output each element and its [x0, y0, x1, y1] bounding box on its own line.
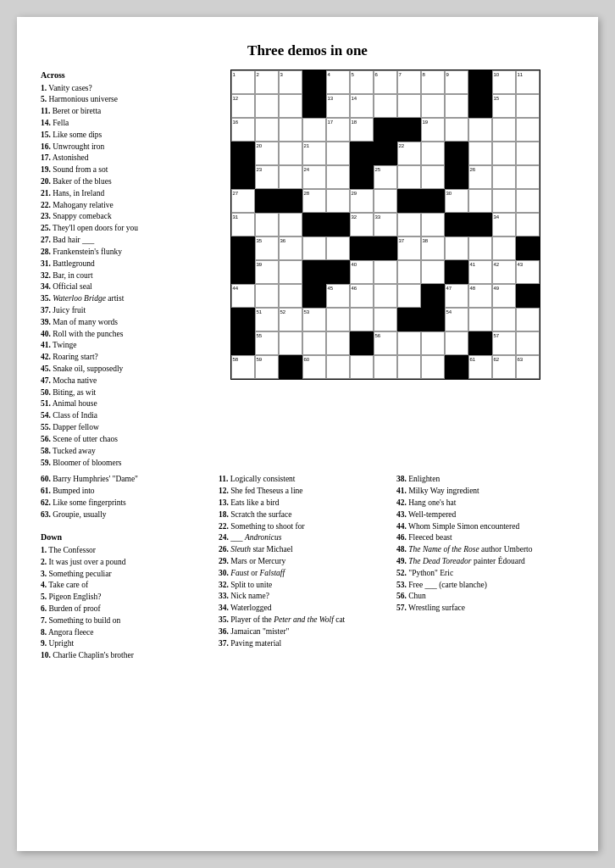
cell-5-1[interactable]: [255, 189, 279, 213]
cell-5-3[interactable]: 28: [302, 189, 326, 213]
cell-2-12[interactable]: [516, 118, 540, 142]
cell-4-8[interactable]: [421, 165, 445, 189]
cell-7-11[interactable]: [492, 236, 516, 260]
cell-12-0[interactable]: 58: [231, 355, 255, 379]
cell-10-10[interactable]: [468, 308, 492, 331]
cell-8-9[interactable]: [445, 260, 468, 284]
cell-12-6[interactable]: [374, 355, 397, 379]
cell-10-12[interactable]: [516, 308, 540, 331]
cell-3-12[interactable]: [516, 142, 540, 165]
cell-4-3[interactable]: 24: [302, 165, 326, 189]
cell-12-2[interactable]: [279, 355, 302, 379]
cell-10-7[interactable]: [397, 308, 421, 331]
cell-8-8[interactable]: [421, 260, 445, 284]
cell-11-3[interactable]: [302, 331, 326, 355]
cell-8-11[interactable]: 42: [492, 260, 516, 284]
cell-2-1[interactable]: [255, 118, 279, 142]
cell-4-9[interactable]: [445, 165, 468, 189]
cell-12-4[interactable]: [326, 355, 350, 379]
cell-6-2[interactable]: [279, 213, 302, 236]
cell-5-9[interactable]: 30: [445, 189, 468, 213]
cell-11-5[interactable]: [350, 331, 374, 355]
cell-6-8[interactable]: [421, 213, 445, 236]
cell-4-0[interactable]: [231, 165, 255, 189]
cell-2-8[interactable]: 19: [421, 118, 445, 142]
cell-12-11[interactable]: 62: [492, 355, 516, 379]
cell-2-11[interactable]: [492, 118, 516, 142]
cell-12-1[interactable]: 59: [255, 355, 279, 379]
cell-11-10[interactable]: [468, 331, 492, 355]
cell-0-7[interactable]: 7: [397, 70, 421, 94]
cell-12-9[interactable]: [445, 355, 468, 379]
cell-5-8[interactable]: [421, 189, 445, 213]
cell-3-4[interactable]: [326, 142, 350, 165]
cell-1-12[interactable]: [516, 94, 540, 118]
cell-9-9[interactable]: 47: [445, 284, 468, 308]
cell-8-10[interactable]: 41: [468, 260, 492, 284]
cell-5-11[interactable]: [492, 189, 516, 213]
cell-0-6[interactable]: 6: [374, 70, 397, 94]
cell-8-2[interactable]: [279, 260, 302, 284]
cell-0-8[interactable]: 8: [421, 70, 445, 94]
cell-3-0[interactable]: [231, 142, 255, 165]
cell-7-5[interactable]: [350, 236, 374, 260]
cell-5-10[interactable]: [468, 189, 492, 213]
cell-3-6[interactable]: [374, 142, 397, 165]
cell-7-0[interactable]: [231, 236, 255, 260]
cell-3-8[interactable]: [421, 142, 445, 165]
cell-12-8[interactable]: [421, 355, 445, 379]
cell-2-3[interactable]: [302, 118, 326, 142]
cell-9-1[interactable]: [255, 284, 279, 308]
cell-2-0[interactable]: 16: [231, 118, 255, 142]
cell-2-4[interactable]: 17: [326, 118, 350, 142]
cell-3-3[interactable]: 21: [302, 142, 326, 165]
cell-3-5[interactable]: [350, 142, 374, 165]
cell-7-6[interactable]: [374, 236, 397, 260]
cell-9-6[interactable]: [374, 284, 397, 308]
cell-10-11[interactable]: [492, 308, 516, 331]
cell-5-5[interactable]: 29: [350, 189, 374, 213]
cell-4-1[interactable]: 23: [255, 165, 279, 189]
cell-11-4[interactable]: [326, 331, 350, 355]
cell-0-9[interactable]: 9: [445, 70, 468, 94]
cell-9-3[interactable]: [302, 284, 326, 308]
cell-1-11[interactable]: 15: [492, 94, 516, 118]
cell-4-2[interactable]: [279, 165, 302, 189]
cell-3-2[interactable]: [279, 142, 302, 165]
cell-7-7[interactable]: 37: [397, 236, 421, 260]
cell-8-4[interactable]: [326, 260, 350, 284]
cell-11-9[interactable]: [445, 331, 468, 355]
cell-11-8[interactable]: [421, 331, 445, 355]
cell-9-0[interactable]: 44: [231, 284, 255, 308]
cell-5-0[interactable]: 27: [231, 189, 255, 213]
cell-12-7[interactable]: [397, 355, 421, 379]
cell-2-2[interactable]: [279, 118, 302, 142]
cell-6-4[interactable]: [326, 213, 350, 236]
cell-10-0[interactable]: [231, 308, 255, 331]
cell-0-1[interactable]: 2: [255, 70, 279, 94]
cell-4-7[interactable]: [397, 165, 421, 189]
cell-8-0[interactable]: [231, 260, 255, 284]
cell-1-2[interactable]: [279, 94, 302, 118]
cell-6-0[interactable]: 31: [231, 213, 255, 236]
cell-6-9[interactable]: [445, 213, 468, 236]
cell-6-10[interactable]: [468, 213, 492, 236]
cell-10-5[interactable]: [350, 308, 374, 331]
cell-6-3[interactable]: [302, 213, 326, 236]
cell-7-4[interactable]: [326, 236, 350, 260]
cell-6-1[interactable]: [255, 213, 279, 236]
cell-11-7[interactable]: [397, 331, 421, 355]
cell-7-3[interactable]: [302, 236, 326, 260]
cell-4-11[interactable]: [492, 165, 516, 189]
cell-11-6[interactable]: 56: [374, 331, 397, 355]
cell-6-7[interactable]: [397, 213, 421, 236]
cell-10-8[interactable]: [421, 308, 445, 331]
cell-9-7[interactable]: [397, 284, 421, 308]
cell-2-9[interactable]: [445, 118, 468, 142]
cell-9-10[interactable]: 48: [468, 284, 492, 308]
cell-9-2[interactable]: [279, 284, 302, 308]
cell-6-12[interactable]: [516, 213, 540, 236]
cell-3-1[interactable]: 20: [255, 142, 279, 165]
cell-1-4[interactable]: 13: [326, 94, 350, 118]
cell-6-11[interactable]: 34: [492, 213, 516, 236]
